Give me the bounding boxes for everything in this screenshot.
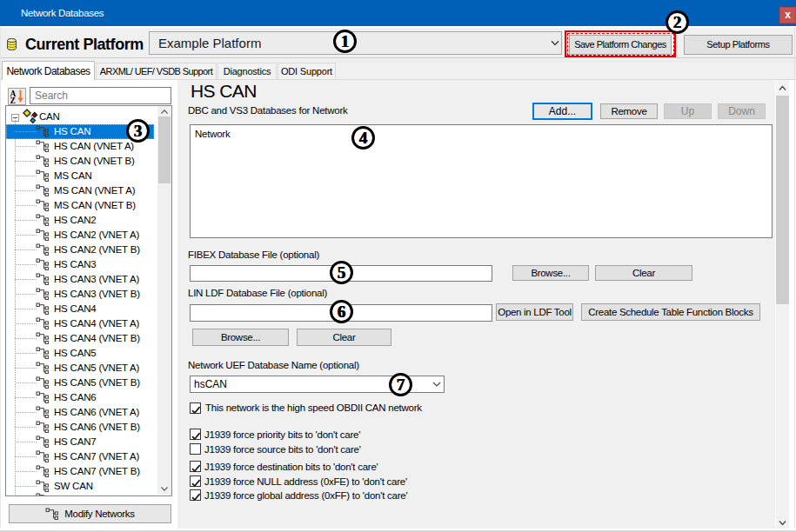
svg-text:Z: Z (10, 96, 16, 104)
